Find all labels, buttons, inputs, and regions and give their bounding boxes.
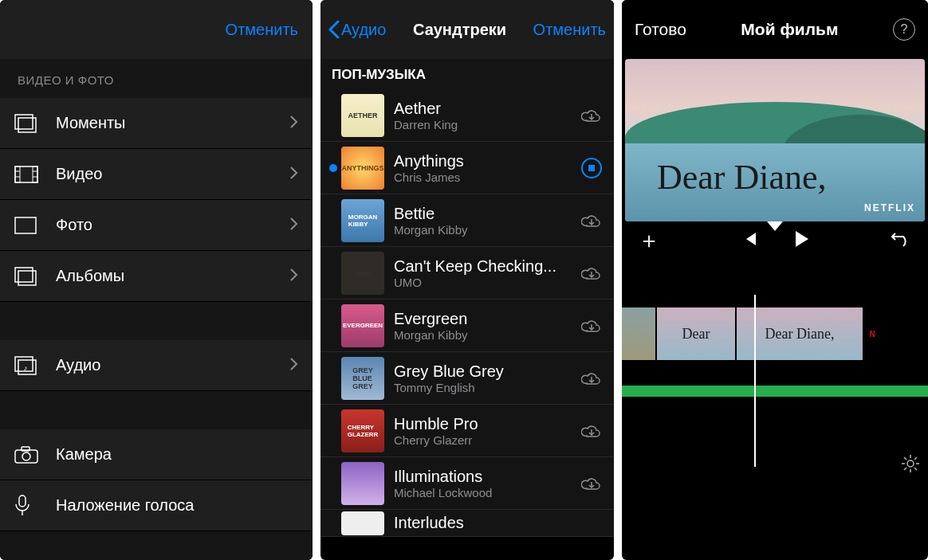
album-art <box>341 511 384 535</box>
chevron-right-icon <box>290 216 298 234</box>
spacer <box>0 531 313 560</box>
chevron-right-icon <box>290 267 298 285</box>
download-button[interactable] <box>577 108 606 123</box>
track-title: Evergreen <box>394 310 577 328</box>
moments-icon <box>14 113 56 134</box>
track-row[interactable]: Interludes <box>320 510 614 537</box>
svg-rect-2 <box>15 166 37 182</box>
timeline-clip[interactable] <box>622 307 657 360</box>
audio-track[interactable] <box>622 386 928 397</box>
playback-controls: ＋ <box>622 221 928 260</box>
svg-rect-18 <box>19 495 26 507</box>
timeline-clip[interactable]: N <box>864 307 882 360</box>
row-label: Камера <box>56 445 298 464</box>
track-title: Illuminations <box>394 468 577 486</box>
row-camera[interactable]: Камера <box>0 429 313 480</box>
preview-text: Dear Diane, <box>657 157 827 198</box>
done-button[interactable]: Готово <box>635 20 686 39</box>
microphone-icon <box>14 495 56 517</box>
playhead[interactable] <box>754 295 756 467</box>
download-button[interactable] <box>577 476 606 491</box>
row-video[interactable]: Видео <box>0 149 313 200</box>
help-button[interactable]: ? <box>893 18 915 41</box>
track-row[interactable]: CHERRYGLAZERR Humble Pro Cherry Glazerr <box>320 405 614 457</box>
row-audio[interactable]: ♪ Аудио <box>0 340 313 391</box>
row-photo[interactable]: Фото <box>0 200 313 251</box>
row-voiceover[interactable]: Наложение голоса <box>0 480 313 531</box>
timeline-clip[interactable]: Dear Diane, <box>737 307 864 360</box>
track-artist: Chris James <box>394 170 577 184</box>
brand-watermark: NETFLIX <box>864 202 915 213</box>
video-clips-track[interactable]: Dear Dear Diane, N <box>622 307 928 360</box>
stop-button[interactable] <box>577 157 606 179</box>
panel3-header: Готово Мой фильм ? <box>622 0 928 59</box>
track-artist: Morgan Kibby <box>394 328 577 342</box>
track-artist: UMO <box>394 276 577 289</box>
track-title: Interludes <box>394 514 606 532</box>
audio-icon: ♪ <box>14 355 56 376</box>
track-row[interactable]: umo Can't Keep Checking... UMO <box>320 247 614 300</box>
undo-button[interactable] <box>891 230 912 251</box>
section-header-pop: ПОП-МУЗЫКА <box>320 59 614 89</box>
svg-line-30 <box>914 457 917 460</box>
download-button[interactable] <box>577 318 606 334</box>
svg-rect-17 <box>22 447 29 451</box>
album-art: ANYTHINGS <box>341 147 384 190</box>
track-row[interactable]: AETHER Aether Darren King <box>320 89 614 142</box>
panel1-header: Отменить <box>0 0 313 59</box>
track-row[interactable]: EVERGREEN Evergreen Morgan Kibby <box>320 300 614 352</box>
album-art: CHERRYGLAZERR <box>341 409 384 452</box>
project-title: Мой фильм <box>741 20 838 39</box>
video-preview[interactable]: Dear Diane, NETFLIX <box>625 59 925 221</box>
row-moments[interactable]: Моменты <box>0 98 313 149</box>
svg-rect-3 <box>15 166 20 182</box>
track-row[interactable]: GREYBLUEGREY Grey Blue Grey Tommy Englis… <box>320 352 614 405</box>
back-button[interactable]: Аудио <box>328 21 386 39</box>
panel2-header: Аудио Саундтреки Отменить <box>320 0 614 59</box>
section-header-video-photo: ВИДЕО И ФОТО <box>0 59 313 98</box>
track-title: Grey Blue Grey <box>394 362 577 381</box>
now-playing-dot <box>329 164 337 172</box>
album-art: umo <box>341 252 384 295</box>
back-label: Аудио <box>341 21 386 39</box>
timeline[interactable]: Dear Dear Diane, N <box>622 260 928 483</box>
album-art: AETHER <box>341 94 384 137</box>
editor-panel: Готово Мой фильм ? Dear Diane, NETFLIX ＋… <box>622 0 928 560</box>
svg-rect-4 <box>33 166 37 182</box>
album-art <box>341 462 384 505</box>
row-label: Аудио <box>56 356 290 374</box>
album-art: GREYBLUEGREY <box>341 357 384 400</box>
download-button[interactable] <box>577 423 606 439</box>
track-row[interactable]: ANYTHINGS Anythings Chris James <box>320 142 614 194</box>
track-row[interactable]: Illuminations Michael Lockwood <box>320 457 614 510</box>
row-albums[interactable]: Альбомы <box>0 251 313 302</box>
prev-button[interactable] <box>741 231 757 250</box>
row-label: Моменты <box>56 114 290 132</box>
svg-point-16 <box>22 452 30 460</box>
track-artist: Tommy English <box>394 381 577 394</box>
svg-rect-9 <box>15 217 36 233</box>
row-label: Альбомы <box>56 267 290 285</box>
track-title: Anythings <box>394 152 577 170</box>
svg-line-27 <box>904 457 906 460</box>
album-art: EVERGREEN <box>341 304 384 347</box>
settings-button[interactable] <box>901 454 920 476</box>
add-media-button[interactable]: ＋ <box>638 225 660 256</box>
row-label: Фото <box>56 216 290 234</box>
photo-icon <box>14 217 56 234</box>
track-artist: Cherry Glazerr <box>394 433 577 447</box>
play-button[interactable] <box>794 230 810 251</box>
track-row[interactable]: MORGANKIBBY Bettie Morgan Kibby <box>320 194 614 247</box>
download-button[interactable] <box>577 213 606 229</box>
cancel-button[interactable]: Отменить <box>533 21 606 39</box>
cancel-button[interactable]: Отменить <box>226 21 298 39</box>
track-title: Can't Keep Checking... <box>394 257 577 276</box>
svg-line-28 <box>914 468 917 470</box>
download-button[interactable] <box>577 265 606 281</box>
timeline-clip[interactable]: Dear <box>657 307 737 360</box>
soundtracks-panel: Аудио Саундтреки Отменить ПОП-МУЗЫКА AET… <box>320 0 614 560</box>
download-button[interactable] <box>577 370 606 386</box>
track-title: Humble Pro <box>394 415 577 433</box>
row-label: Видео <box>56 165 290 183</box>
row-label: Наложение голоса <box>56 496 298 515</box>
